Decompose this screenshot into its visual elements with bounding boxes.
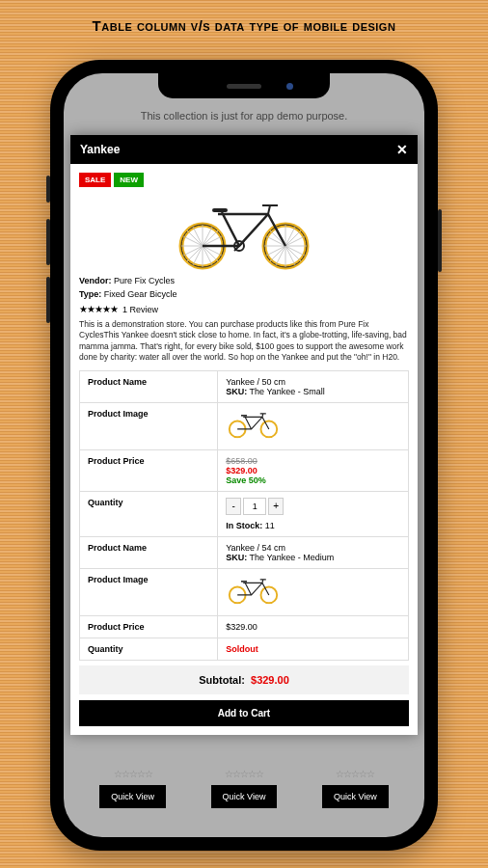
bicycle-icon [226, 409, 281, 438]
variant-image-cell [218, 402, 409, 449]
label-quantity: Quantity [80, 637, 218, 660]
svg-rect-24 [241, 415, 247, 417]
phone-frame: This collection is just for app demo pur… [50, 60, 438, 851]
type-line: Type: Fixed Gear Bicycle [79, 287, 409, 301]
label-product-image: Product Image [80, 402, 218, 449]
phone-side-button [438, 209, 442, 272]
modal-title: Yankee [80, 143, 120, 156]
qty-increase-button[interactable]: + [268, 498, 284, 515]
rating-stars-empty: ☆☆☆☆☆ [322, 769, 389, 779]
variant-table: Product Name Yankee / 50 cm SKU: The Yan… [79, 370, 409, 661]
svg-rect-27 [241, 581, 247, 583]
current-price: $329.00 [226, 466, 258, 475]
rating-row: ★★★★★ 1 Review [79, 301, 409, 319]
quick-view-button[interactable]: Quick View [322, 785, 389, 808]
type-value: Fixed Gear Bicycle [104, 289, 177, 299]
save-amount: Save 50% [226, 475, 266, 485]
label-product-name: Product Name [80, 370, 218, 402]
soldout-text: Soldout [226, 644, 258, 654]
phone-side-button [46, 277, 50, 323]
bicycle-icon [172, 193, 316, 270]
page-title: Table column v/s data type of mobile des… [0, 0, 488, 45]
variant-name: Yankee / 54 cm [226, 543, 285, 553]
variant-sku: The Yankee - Small [250, 387, 325, 396]
table-row: Product Image [80, 568, 409, 615]
subtotal-amount: $329.00 [251, 674, 289, 686]
table-row: Product Name Yankee / 50 cm SKU: The Yan… [80, 370, 409, 402]
variant-image-cell [218, 568, 409, 615]
stock-value: 11 [265, 521, 275, 530]
badge-row: SALE NEW [79, 173, 409, 187]
quantity-stepper: - 1 + [226, 498, 400, 515]
quick-view-button[interactable]: Quick View [211, 785, 278, 808]
label-product-image: Product Image [80, 568, 218, 615]
vendor-value: Pure Fix Cycles [114, 276, 175, 285]
type-label: Type: [79, 289, 101, 299]
rating-stars-empty: ☆☆☆☆☆ [211, 769, 278, 779]
background-product-grid: ☆☆☆☆☆ Quick View ☆☆☆☆☆ Quick View ☆☆☆☆☆ … [64, 769, 424, 808]
modal-body: SALE NEW [70, 164, 418, 735]
product-card: ☆☆☆☆☆ Quick View [322, 769, 389, 808]
modal-header: Yankee ✕ [70, 135, 418, 164]
subtotal-bar: Subtotal: $329.00 [79, 665, 409, 694]
table-row: Product Price $658.00 $329.00 Save 50% [80, 449, 409, 491]
phone-side-button [46, 219, 50, 265]
sale-badge: SALE [79, 173, 111, 187]
label-product-price: Product Price [80, 615, 218, 637]
table-row: Product Image [80, 402, 409, 449]
variant-sku: The Yankee - Medium [250, 553, 335, 562]
qty-value[interactable]: 1 [243, 498, 266, 515]
table-row: Product Name Yankee / 54 cm SKU: The Yan… [80, 536, 409, 568]
sku-label: SKU: [226, 387, 247, 396]
product-hero-image [79, 187, 409, 274]
vendor-line: Vendor: Pure Fix Cycles [79, 274, 409, 287]
subtotal-label: Subtotal: [199, 674, 245, 686]
label-product-name: Product Name [80, 536, 218, 568]
table-row: Product Price $329.00 [80, 615, 409, 637]
phone-side-button [46, 176, 50, 203]
quick-view-button[interactable]: Quick View [99, 785, 166, 808]
product-description: This is a demonstration store. You can p… [79, 319, 409, 370]
sku-label: SKU: [226, 553, 247, 562]
old-price: $658.00 [226, 456, 258, 466]
qty-decrease-button[interactable]: - [226, 498, 241, 515]
label-quantity: Quantity [80, 491, 218, 536]
instock-label: In Stock: [226, 521, 262, 530]
variant-name: Yankee / 50 cm [226, 377, 285, 387]
rating-stars-empty: ☆☆☆☆☆ [99, 769, 166, 779]
table-row: Quantity Soldout [80, 637, 409, 660]
close-icon[interactable]: ✕ [396, 142, 408, 157]
current-price: $329.00 [226, 622, 258, 632]
product-modal: Yankee ✕ SALE NEW [70, 135, 418, 735]
new-badge: NEW [114, 173, 144, 187]
table-row: Quantity - 1 + In Stock: 11 [80, 491, 409, 536]
phone-screen: This collection is just for app demo pur… [64, 73, 424, 837]
vendor-label: Vendor: [79, 276, 112, 285]
product-card: ☆☆☆☆☆ Quick View [99, 769, 166, 808]
stock-line: In Stock: 11 [226, 515, 400, 530]
star-icon: ★★★★★ [79, 304, 118, 314]
bicycle-icon [226, 575, 281, 604]
product-card: ☆☆☆☆☆ Quick View [211, 769, 278, 808]
add-to-cart-button[interactable]: Add to Cart [79, 700, 409, 726]
svg-rect-21 [212, 208, 228, 212]
label-product-price: Product Price [80, 449, 218, 491]
phone-notch [158, 73, 330, 98]
review-count: 1 Review [122, 305, 158, 314]
